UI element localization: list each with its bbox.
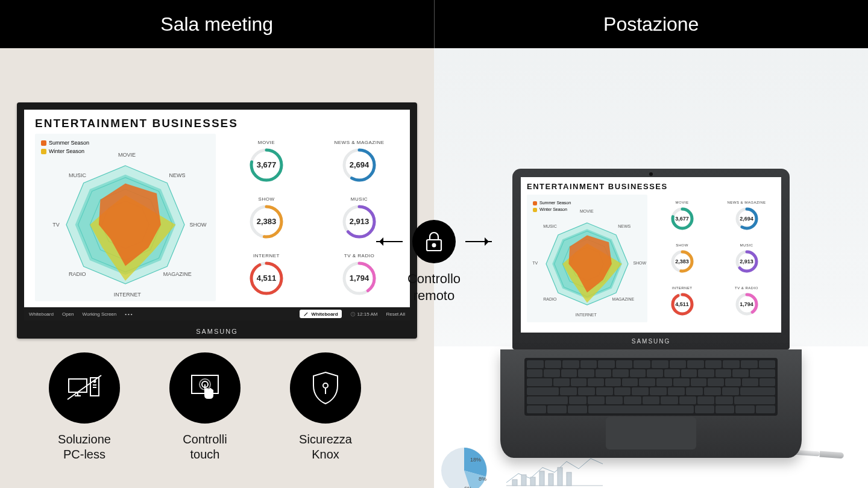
taskbar-tab-whiteboard[interactable]: Whiteboard: [29, 311, 54, 317]
svg-point-27: [323, 383, 328, 388]
radar-axis-label: SHOW: [189, 222, 206, 228]
metric-label: INTERNET: [672, 286, 693, 290]
remote-label-line1: Controllo: [407, 271, 461, 286]
radar-axis-label: INTERNET: [576, 313, 597, 317]
display-brand-logo: SAMSUNG: [24, 328, 410, 335]
legend-label-summer: Summer Season: [49, 140, 89, 146]
svg-point-60: [433, 244, 436, 247]
radar-axis-label: MOVIE: [580, 209, 594, 213]
metric-value: 2,383: [249, 204, 284, 239]
metric-value: 2,913: [342, 204, 377, 239]
laptop-lid: ENTERTAINMENT BUSINESSES Summer Season W…: [512, 169, 790, 349]
svg-text:8%: 8%: [479, 476, 486, 482]
svg-rect-35: [530, 477, 535, 486]
metric-music: MUSIC 2,913: [718, 237, 775, 279]
radar-axis-label: TV: [52, 222, 60, 228]
radar-axis-label: MOVIE: [118, 152, 136, 158]
pen-icon: [303, 311, 309, 317]
arrow-left-icon: [376, 241, 403, 242]
donut-chart: 3,677: [249, 148, 284, 183]
metric-value: 2,383: [670, 249, 694, 274]
metric-label: SHOW: [676, 243, 688, 247]
header-bar: Sala meeting Postazione: [0, 0, 868, 48]
radar-chart: MOVIENEWSSHOWMAGAZINEINTERNETRADIOTVMUSI…: [63, 162, 188, 290]
knox-badge: [290, 352, 361, 424]
metric-label: INTERNET: [253, 253, 280, 258]
remote-control-indicator: Controlloremoto: [376, 220, 492, 304]
metric-label: TV & RADIO: [344, 253, 374, 258]
taskbar-working-screen[interactable]: Working Screen: [83, 311, 117, 317]
arrow-right-icon: [465, 241, 492, 242]
display-taskbar[interactable]: Whiteboard Open Working Screen ••• White…: [24, 307, 410, 321]
radar-axis-label: MUSIC: [543, 224, 557, 228]
metric-value: 3,677: [249, 148, 284, 183]
lock-badge: [412, 220, 456, 263]
dashboard-mini: ENTERTAINMENT BUSINESSES Summer Season W…: [521, 177, 781, 333]
dashboard-title-mini: ENTERTAINMENT BUSINESSES: [527, 182, 775, 191]
donut-chart: 2,694: [735, 207, 759, 231]
radar-axis-label: MAGAZINE: [163, 271, 192, 277]
metric-movie: MOVIE 3,677: [227, 134, 306, 188]
svg-rect-36: [539, 471, 544, 486]
donut-chart: 2,694: [342, 148, 377, 183]
laptop-brand-logo: SAMSUNG: [512, 338, 790, 345]
radar-axis-label: RADIO: [69, 271, 86, 277]
laptop: ENTERTAINMENT BUSINESSES Summer Season W…: [512, 169, 790, 458]
feature-touch-line2: touch: [190, 448, 220, 461]
svg-rect-37: [549, 474, 553, 486]
metric-label: TV & RADIO: [735, 286, 758, 290]
feature-touch: Controllitouch: [163, 352, 247, 462]
radar-card: Summer Season Winter Season MOVIENEWSSHO…: [35, 134, 216, 301]
donut-chart: 2,913: [342, 204, 377, 239]
dashboard-title: ENTERTAINMENT BUSINESSES: [35, 117, 399, 130]
feature-pcless-line2: PC-less: [63, 448, 105, 461]
radar-axis-label: RADIO: [543, 297, 556, 301]
metric-grid: MOVIE 3,677NEWS & MAGAZINE 2,694SHOW 2,3…: [227, 134, 399, 301]
metric-label: MUSIC: [351, 196, 368, 202]
svg-rect-20: [69, 379, 87, 392]
legend-label-winter: Winter Season: [49, 148, 84, 154]
taskbar-more-icon[interactable]: •••: [125, 311, 133, 317]
donut-chart: 2,383: [670, 249, 694, 274]
svg-text:18%: 18%: [470, 457, 481, 463]
header-right-title: Postazione: [435, 0, 869, 48]
metric-value: 4,511: [249, 261, 284, 296]
metric-label: NEWS & MAGAZINE: [727, 201, 766, 204]
legend-swatch-winter: [41, 149, 46, 154]
legend-swatch-winter-mini: [533, 208, 537, 212]
metric-tv-radio: TV & RADIO 1,794: [718, 281, 775, 322]
laptop-keyboard[interactable]: [524, 358, 778, 416]
donut-chart: 3,677: [670, 207, 694, 231]
metric-news-magazine: NEWS & MAGAZINE 2,694: [319, 134, 399, 188]
metric-value: 3,677: [670, 207, 694, 231]
legend-swatch-summer-mini: [533, 201, 537, 205]
touch-icon: [187, 372, 223, 404]
taskbar-reset-all[interactable]: Reset All: [386, 311, 405, 317]
feature-knox-line2: Knox: [312, 448, 339, 461]
radar-card-mini: Summer Season Winter Season MOVIENEWSSHO…: [527, 195, 647, 322]
legend-swatch-summer: [41, 140, 46, 146]
taskbar-open[interactable]: Open: [62, 311, 74, 317]
metric-label: SHOW: [259, 196, 275, 202]
wall-display: ENTERTAINMENT BUSINESSES Summer Season W…: [17, 102, 417, 339]
metric-label: MUSIC: [740, 243, 753, 247]
clock-icon: [350, 311, 356, 317]
radar-axis-label: MUSIC: [69, 172, 86, 178]
svg-rect-39: [567, 472, 571, 486]
metric-movie: MOVIE 3,677: [653, 195, 711, 236]
metric-value: 1,794: [735, 292, 759, 316]
laptop-screen[interactable]: ENTERTAINMENT BUSINESSES Summer Season W…: [521, 177, 781, 333]
laptop-trackpad[interactable]: [606, 417, 696, 449]
whiteboard-button[interactable]: Whiteboard: [300, 310, 342, 318]
feature-touch-line1: Controlli: [183, 433, 227, 446]
feature-knox: SicurezzaKnox: [283, 352, 368, 462]
webcam-icon: [649, 172, 653, 176]
metric-value: 1,794: [342, 261, 377, 296]
remote-label-line2: remoto: [414, 288, 454, 303]
wall-display-screen[interactable]: ENTERTAINMENT BUSINESSES Summer Season W…: [24, 110, 410, 321]
donut-chart: 4,511: [670, 292, 694, 316]
panel-workstation: 18% 8% 6% ENTERTAINMENT BUSINESSES: [434, 0, 868, 488]
metric-label: NEWS & MAGAZINE: [334, 140, 384, 145]
pc-crossed-icon: [66, 373, 102, 403]
dashboard: ENTERTAINMENT BUSINESSES Summer Season W…: [24, 110, 410, 321]
